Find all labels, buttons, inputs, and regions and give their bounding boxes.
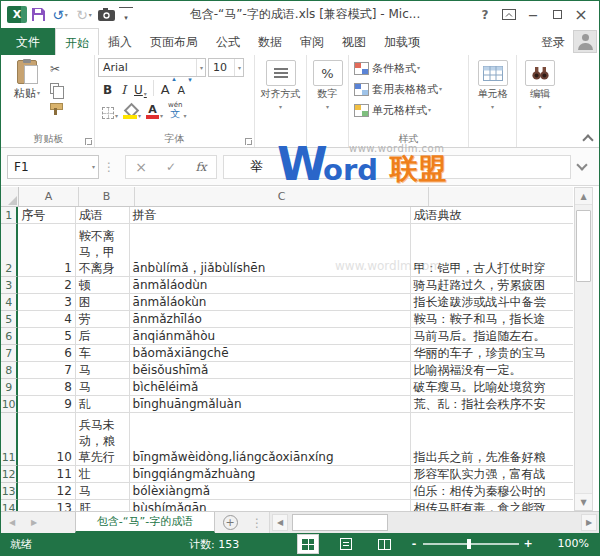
ribbon-display-options-button[interactable] <box>497 5 521 25</box>
cell-B14[interactable]: 不食马肝 <box>76 500 130 511</box>
cell-A4[interactable]: 3 <box>18 294 76 311</box>
row-header-2[interactable]: 2 <box>1 224 18 277</box>
cell-B6[interactable]: 鞍前马后 <box>76 328 130 345</box>
save-icon[interactable] <box>31 4 46 26</box>
row-header-11[interactable]: 11 <box>1 413 18 466</box>
cell-A12[interactable]: 11 <box>18 466 76 483</box>
cell-C9[interactable]: bìchēléimǎ <box>130 379 411 396</box>
column-header-d[interactable] <box>429 187 573 206</box>
undo-icon[interactable] <box>50 4 70 26</box>
cell-B12[interactable]: 兵强马壮 <box>76 466 130 483</box>
row-header-12[interactable]: 12 <box>1 466 18 483</box>
cell-D1[interactable]: 成语典故 <box>411 207 574 224</box>
cut-button[interactable] <box>48 60 66 77</box>
cell-C10[interactable]: bīnghuāngmǎluàn <box>130 396 411 413</box>
cell-C5[interactable]: ānmǎzhīláo <box>130 311 411 328</box>
sheet-tab[interactable]: 包含-“马”-字的成语 <box>75 512 215 533</box>
cell-A7[interactable]: 6 <box>18 345 76 362</box>
tab-页面布局[interactable]: 页面布局 <box>141 28 207 55</box>
cell-B1[interactable]: 成语 <box>76 207 130 224</box>
row-header-1[interactable]: 1 <box>1 207 18 224</box>
row-header-3[interactable]: 3 <box>1 277 18 294</box>
format-painter-button[interactable] <box>48 100 66 117</box>
cell-A13[interactable]: 12 <box>18 483 76 500</box>
horizontal-scrollbar[interactable] <box>269 512 599 533</box>
copy-button[interactable] <box>48 80 66 97</box>
cell-B7[interactable]: 宝马香车 <box>76 345 130 362</box>
cell-B2[interactable]: 鞍不离马，甲不离身 <box>76 224 130 277</box>
fill-color-button[interactable] <box>121 101 143 119</box>
enter-icon[interactable] <box>156 160 186 174</box>
select-all-corner[interactable] <box>1 187 19 206</box>
cell-C14[interactable]: bùshímǎgān <box>130 500 411 511</box>
tab-插入[interactable]: 插入 <box>99 28 141 55</box>
bold-button[interactable]: B <box>100 79 115 97</box>
cell-B11[interactable]: 兵马未动，粮草先行 <box>76 413 130 466</box>
cell-C11[interactable]: bīngmǎwèidòng,liángcǎoxiānxíng <box>130 413 411 466</box>
cell-D8[interactable]: 比喻祸福没有一定。 <box>411 362 574 379</box>
cell-B13[interactable]: 伯乐相马 <box>76 483 130 500</box>
user-avatar-icon[interactable] <box>573 30 597 53</box>
paste-button[interactable]: 粘贴 <box>6 58 48 117</box>
row-header-7[interactable]: 7 <box>1 345 18 362</box>
cancel-icon[interactable] <box>126 159 156 175</box>
row-header-8[interactable]: 8 <box>1 362 18 379</box>
cell-D3[interactable]: 骑马赶路过久，劳累疲困 <box>411 277 574 294</box>
styles-button-2[interactable]: 单元格样式 <box>352 100 442 121</box>
styles-button-0[interactable]: 条件格式 <box>352 58 442 79</box>
row-header-13[interactable]: 13 <box>1 483 18 500</box>
cell-D5[interactable]: 鞍马：鞍子和马，指长途 <box>411 311 574 328</box>
collapse-ribbon-icon[interactable] <box>583 133 591 141</box>
alignment-group[interactable]: 对齐方式 <box>255 55 307 147</box>
vertical-scrollbar[interactable] <box>574 187 593 511</box>
name-box[interactable]: F1 <box>7 155 99 179</box>
horizontal-scrollbar-thumb[interactable] <box>292 514 388 531</box>
cell-D4[interactable]: 指长途跋涉或战斗中备尝 <box>411 294 574 311</box>
insert-function-icon[interactable]: fx <box>186 160 216 174</box>
cell-D6[interactable]: 马前马后。指追随左右。 <box>411 328 574 345</box>
scroll-up-icon[interactable] <box>575 188 592 205</box>
cell-C8[interactable]: běisǒushīmǎ <box>130 362 411 379</box>
number-dropdown-icon[interactable] <box>326 103 329 110</box>
cell-C1[interactable]: 拼音 <box>130 207 411 224</box>
cell-A8[interactable]: 7 <box>18 362 76 379</box>
cell-C3[interactable]: ānmǎláodùn <box>130 277 411 294</box>
tab-file[interactable]: 文件 <box>1 28 55 55</box>
column-header-B[interactable]: B <box>79 187 135 206</box>
font-name-select[interactable]: Arial <box>98 58 206 77</box>
column-header-A[interactable]: A <box>19 187 79 206</box>
cell-D7[interactable]: 华丽的车子，珍贵的宝马 <box>411 345 574 362</box>
cell-D2[interactable]: 甲：铠甲，古人打仗时穿 <box>411 224 574 277</box>
clipboard-dialog-launcher-icon[interactable] <box>85 138 92 145</box>
camera-icon[interactable] <box>98 4 115 26</box>
page-layout-view-button[interactable] <box>335 534 357 554</box>
row-header-4[interactable]: 4 <box>1 294 18 311</box>
help-button[interactable] <box>473 5 497 25</box>
sheet-nav-left-icon[interactable] <box>1 512 23 533</box>
cell-A3[interactable]: 2 <box>18 277 76 294</box>
underline-button[interactable]: U <box>132 79 149 97</box>
cell-A2[interactable]: 1 <box>18 224 76 277</box>
new-sheet-button[interactable] <box>215 512 245 533</box>
styles-button-1[interactable]: 套用表格格式 <box>352 79 442 100</box>
cell-D9[interactable]: 破车瘦马。比喻处境贫穷 <box>411 379 574 396</box>
cell-D13[interactable]: 伯乐：相传为秦穆公时的 <box>411 483 574 500</box>
alignment-dropdown-icon[interactable] <box>279 103 282 110</box>
cell-B9[interactable]: 弊车羸马 <box>76 379 130 396</box>
cell-A10[interactable]: 9 <box>18 396 76 413</box>
tab-视图[interactable]: 视图 <box>333 28 375 55</box>
font-dialog-launcher-icon[interactable] <box>245 138 252 145</box>
cell-D10[interactable]: 荒、乱：指社会秩序不安 <box>411 396 574 413</box>
zoom-out-button[interactable]: - <box>407 537 421 550</box>
scroll-left-icon[interactable] <box>272 514 288 531</box>
zoom-slider[interactable] <box>423 543 519 545</box>
cell-C7[interactable]: bǎomǎxiāngchē <box>130 345 411 362</box>
cell-D14[interactable]: 相传马肝有毒，食之能致 <box>411 500 574 511</box>
formula-input[interactable]: 举 <box>223 155 571 179</box>
cell-A11[interactable]: 10 <box>18 413 76 466</box>
formula-bar-drag-handle[interactable] <box>103 160 115 174</box>
tab-审阅[interactable]: 审阅 <box>291 28 333 55</box>
cell-C2[interactable]: ānbùlímǎ，jiǎbùlíshēn <box>130 224 411 277</box>
row-header-6[interactable]: 6 <box>1 328 18 345</box>
cell-A9[interactable]: 8 <box>18 379 76 396</box>
